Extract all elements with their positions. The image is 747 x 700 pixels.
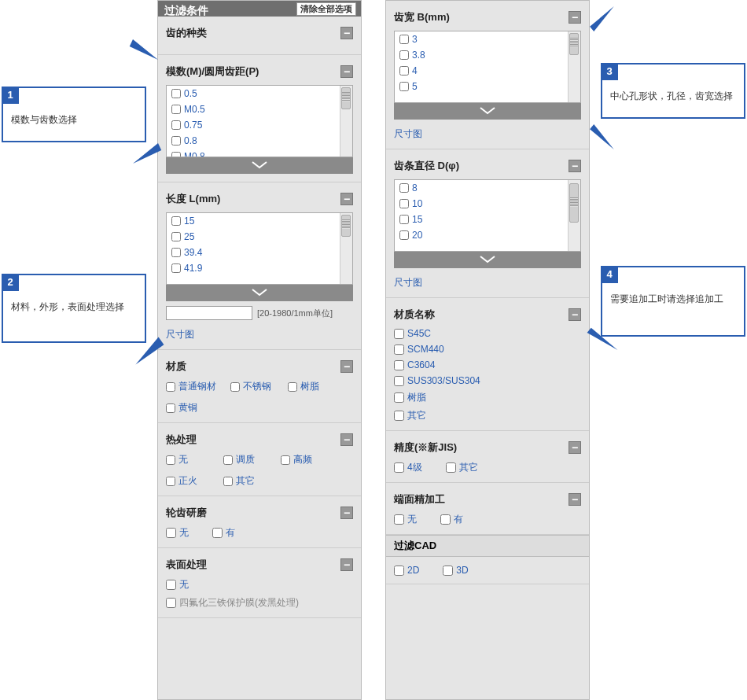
section-tooth-width: 齿宽 B(mm) − 3 3.8 4 5 尺寸图 xyxy=(386,1,589,149)
option-label: 3 xyxy=(412,34,418,45)
option-label: 四氟化三铁保护膜(发黑处理) xyxy=(179,596,299,610)
option-label: M0.8 xyxy=(184,151,205,157)
scrollbar[interactable] xyxy=(340,86,352,157)
section-precision: 精度(※新JIS) − 4级 其它 xyxy=(386,431,589,483)
option-label: 无 xyxy=(407,513,417,526)
option-checkbox[interactable] xyxy=(166,580,176,590)
callout-1: 1 模数与齿数选择 xyxy=(2,87,146,142)
chevron-down-icon xyxy=(479,255,496,264)
section-title: 端面精加工 xyxy=(394,492,445,507)
diameter-listbox[interactable]: 8 10 15 20 xyxy=(394,179,581,252)
option-checkbox[interactable] xyxy=(399,215,409,224)
option-checkbox[interactable] xyxy=(440,514,451,525)
collapse-icon[interactable]: − xyxy=(340,558,353,571)
option-checkbox[interactable] xyxy=(281,455,290,465)
option-checkbox[interactable] xyxy=(171,152,181,157)
option-label: 0.75 xyxy=(184,120,202,131)
collapse-icon[interactable]: − xyxy=(569,160,581,172)
option-checkbox[interactable] xyxy=(399,183,409,193)
collapse-icon[interactable]: − xyxy=(340,27,353,39)
option-label: 4 xyxy=(412,65,418,76)
option-label: 有 xyxy=(226,526,235,540)
collapse-icon[interactable]: − xyxy=(340,65,353,78)
option-checkbox[interactable] xyxy=(443,566,453,576)
option-checkbox[interactable] xyxy=(171,248,181,257)
option-label: 8 xyxy=(412,182,418,193)
width-listbox[interactable]: 3 3.8 4 5 xyxy=(394,31,581,103)
option-checkbox[interactable] xyxy=(171,136,181,146)
option-checkbox[interactable] xyxy=(394,392,404,403)
option-checkbox[interactable] xyxy=(394,514,404,525)
collapse-icon[interactable]: − xyxy=(340,193,353,205)
option-checkbox[interactable] xyxy=(394,566,404,576)
length-listbox[interactable]: 15 25 39.4 41.9 xyxy=(166,212,353,285)
option-checkbox[interactable] xyxy=(171,120,181,130)
option-checkbox[interactable] xyxy=(166,477,175,486)
option-checkbox[interactable] xyxy=(171,89,181,98)
option-label: 25 xyxy=(184,231,194,242)
dimension-link[interactable]: 尺寸图 xyxy=(166,328,194,341)
option-checkbox[interactable] xyxy=(394,462,404,473)
callout-text: 中心孔形状，孔径，齿宽选择 xyxy=(602,64,744,117)
callout-pointer xyxy=(590,6,618,31)
expand-bar[interactable] xyxy=(166,284,353,301)
option-checkbox[interactable] xyxy=(288,382,297,392)
scrollbar[interactable] xyxy=(568,31,580,102)
dimension-link[interactable]: 尺寸图 xyxy=(394,276,422,289)
option-checkbox[interactable] xyxy=(399,35,409,44)
clear-all-button[interactable]: 清除全部选项 xyxy=(296,2,356,16)
option-checkbox[interactable] xyxy=(171,232,181,241)
option-checkbox[interactable] xyxy=(394,329,404,339)
module-listbox[interactable]: 0.5 M0.5 0.75 0.8 M0.8 xyxy=(166,85,353,157)
option-checkbox[interactable] xyxy=(394,411,404,421)
option-checkbox[interactable] xyxy=(399,230,409,240)
callout-number: 1 xyxy=(2,87,19,104)
option-checkbox[interactable] xyxy=(166,382,175,392)
collapse-icon[interactable]: − xyxy=(569,308,581,321)
length-input[interactable] xyxy=(166,306,252,320)
option-checkbox[interactable] xyxy=(394,344,404,355)
option-checkbox[interactable] xyxy=(171,263,181,273)
option-checkbox[interactable] xyxy=(212,528,223,538)
scrollbar[interactable] xyxy=(340,213,352,284)
option-checkbox[interactable] xyxy=(399,66,409,76)
option-checkbox[interactable] xyxy=(166,455,175,465)
option-checkbox[interactable] xyxy=(230,382,240,392)
option-label: 5 xyxy=(412,81,418,92)
option-checkbox[interactable] xyxy=(394,360,404,370)
option-checkbox[interactable] xyxy=(171,216,181,226)
option-label: 41.9 xyxy=(184,263,202,274)
section-title: 材质名称 xyxy=(394,308,435,322)
section-tooth-grinding: 轮齿研磨 − 无 有 xyxy=(158,496,361,548)
collapse-icon[interactable]: − xyxy=(340,507,353,519)
collapse-icon[interactable]: − xyxy=(340,433,353,446)
option-checkbox[interactable] xyxy=(223,477,233,486)
option-checkbox[interactable] xyxy=(399,199,409,208)
scrollbar[interactable] xyxy=(568,180,580,251)
option-checkbox[interactable] xyxy=(446,462,456,473)
expand-bar[interactable] xyxy=(394,251,581,268)
filter-panel-right: 齿宽 B(mm) − 3 3.8 4 5 尺寸图 齿条直径 D(φ) − 8 1… xyxy=(385,0,590,700)
callout-pointer xyxy=(590,124,618,149)
option-label: M0.5 xyxy=(184,104,205,115)
expand-bar[interactable] xyxy=(394,102,581,120)
collapse-icon[interactable]: − xyxy=(569,441,581,454)
section-gear-type: 齿的种类 − xyxy=(158,17,361,55)
section-material-name: 材质名称 − S45C SCM440 C3604 SUS303/SUS304 树… xyxy=(386,298,589,431)
option-checkbox[interactable] xyxy=(171,105,181,114)
option-checkbox[interactable] xyxy=(223,455,233,465)
option-checkbox[interactable] xyxy=(394,376,404,386)
option-checkbox[interactable] xyxy=(166,598,176,608)
option-checkbox[interactable] xyxy=(166,403,175,413)
option-checkbox[interactable] xyxy=(399,50,409,60)
option-checkbox[interactable] xyxy=(166,528,176,538)
option-label: 其它 xyxy=(459,461,478,474)
section-title: 过滤CAD xyxy=(386,535,589,557)
collapse-icon[interactable]: − xyxy=(569,11,581,24)
option-checkbox[interactable] xyxy=(399,82,409,91)
expand-bar[interactable] xyxy=(166,157,353,174)
dimension-link[interactable]: 尺寸图 xyxy=(394,127,422,141)
panel-header: 过滤条件 清除全部选项 xyxy=(158,1,361,17)
collapse-icon[interactable]: − xyxy=(340,360,353,373)
collapse-icon[interactable]: − xyxy=(569,493,581,506)
